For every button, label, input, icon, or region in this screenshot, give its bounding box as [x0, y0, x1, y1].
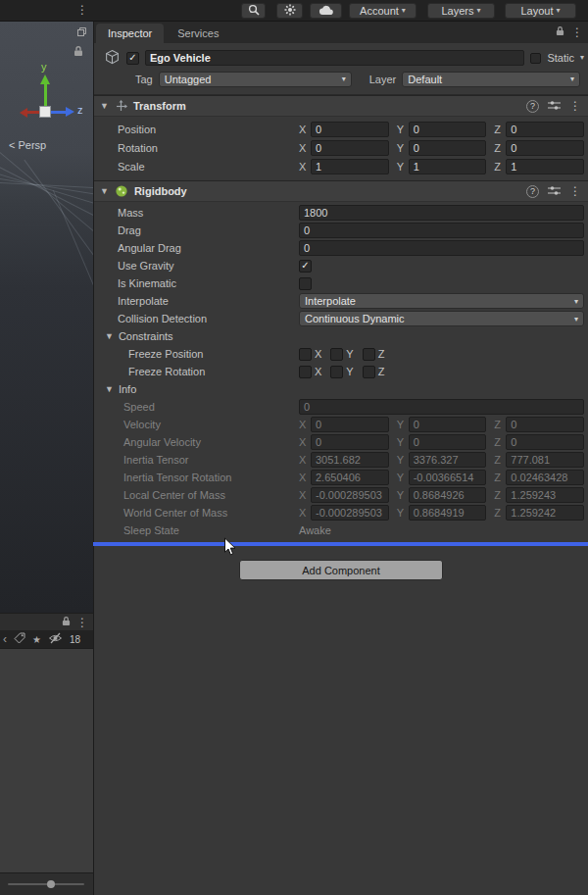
- lock-icon[interactable]: [62, 616, 71, 628]
- help-icon[interactable]: ?: [526, 100, 539, 113]
- tag-dropdown[interactable]: Untagged ▾: [159, 72, 352, 87]
- freeze-rotation-y-checkbox[interactable]: [330, 366, 343, 378]
- chevron-down-icon[interactable]: ▾: [580, 54, 584, 62]
- foldout-icon[interactable]: ▼: [100, 187, 109, 196]
- interpolate-dropdown[interactable]: Interpolate ▾: [299, 293, 584, 309]
- lock-icon[interactable]: [556, 25, 564, 38]
- cloud-icon: [318, 5, 334, 18]
- freeze-position-z-checkbox[interactable]: [363, 348, 375, 361]
- maximize-icon[interactable]: [77, 26, 86, 38]
- unity-editor-window: ⋮ Account ▾ Layers ▾ Layout ▾: [0, 0, 588, 895]
- drag-field[interactable]: 0: [299, 223, 584, 238]
- inertia-tensor-y-field: 3376.327: [409, 452, 487, 468]
- freeze-rotation-z-checkbox[interactable]: [363, 366, 375, 378]
- rigidbody-body: Mass 1800 Drag 0 Angular Drag 0 Use Grav…: [94, 202, 588, 542]
- transform-body: Position X 0 Y 0 Z 0 Rotation X 0 Y 0 Z: [94, 117, 588, 180]
- axis-x-label: X: [299, 419, 307, 430]
- scene-panel: y z < Persp ⋮ ‹ ★ 18: [0, 22, 93, 895]
- local-center-of-mass-row: Local Center of Mass X -0.000289503 Y 0.…: [94, 486, 588, 504]
- tab-inspector[interactable]: Inspector: [96, 24, 164, 43]
- gizmo-z-label[interactable]: z: [77, 104, 83, 116]
- velocity-row: Velocity X 0 Y 0 Z 0: [94, 416, 588, 433]
- axis-x-label: X: [315, 366, 321, 377]
- bottom-bar: [0, 872, 93, 895]
- rotation-z-field[interactable]: 0: [506, 140, 584, 156]
- world-center-of-mass-x-field: -0.000289503: [311, 505, 389, 521]
- tab-services[interactable]: Services: [166, 24, 230, 43]
- layers-label: Layers: [441, 5, 473, 17]
- layer-dropdown[interactable]: Default ▾: [402, 72, 580, 87]
- rigidbody-component-header[interactable]: ▼ Rigidbody ? ⋮: [94, 180, 588, 202]
- layout-dropdown[interactable]: Layout ▾: [505, 3, 576, 19]
- position-z-field[interactable]: 0: [506, 122, 584, 137]
- panel-kebab-menu-icon[interactable]: ⋮: [76, 3, 88, 17]
- position-y-field[interactable]: 0: [409, 122, 487, 137]
- size-slider[interactable]: [8, 883, 84, 885]
- freeze-position-x-checkbox[interactable]: [299, 348, 312, 361]
- rotation-x-field[interactable]: 0: [311, 140, 389, 156]
- search-button[interactable]: [241, 3, 266, 19]
- property-label: Collision Detection: [94, 313, 299, 324]
- angular-velocity-row: Angular Velocity X 0 Y 0 Z 0: [94, 433, 588, 451]
- velocity-x-field: 0: [311, 417, 389, 432]
- axis-y-label: Y: [397, 161, 405, 173]
- property-label: Use Gravity: [94, 260, 299, 272]
- static-checkbox[interactable]: [530, 53, 541, 64]
- name-field[interactable]: Ego Vehicle: [145, 50, 524, 66]
- angular-drag-field[interactable]: 0: [299, 240, 584, 256]
- question-mark: ?: [530, 101, 535, 111]
- world-center-of-mass-row: World Center of Mass X -0.000289503 Y 0.…: [94, 504, 588, 522]
- gizmo-y-label[interactable]: y: [41, 61, 47, 73]
- info-foldout[interactable]: ▼ Info: [94, 380, 588, 398]
- foldout-icon: ▼: [105, 332, 114, 341]
- sleep-state-row: Sleep State Awake: [94, 522, 588, 539]
- gizmo-center-cube[interactable]: [39, 106, 51, 118]
- axis-z-label: Z: [494, 124, 502, 135]
- tag-icon[interactable]: [14, 632, 25, 646]
- mass-field[interactable]: 1800: [299, 205, 584, 221]
- constraints-foldout[interactable]: ▼ Constraints: [94, 327, 588, 345]
- chevron-left-icon[interactable]: ‹: [3, 632, 7, 646]
- active-checkbox[interactable]: ✓: [126, 52, 139, 65]
- slider-thumb[interactable]: [47, 880, 55, 888]
- kebab-menu-icon[interactable]: ⋮: [569, 100, 581, 112]
- chevron-down-icon: ▾: [557, 7, 561, 15]
- scale-y-field[interactable]: 1: [409, 159, 487, 174]
- orientation-gizmo[interactable]: y z: [12, 61, 93, 131]
- rotation-y-field[interactable]: 0: [409, 140, 487, 156]
- lock-icon[interactable]: [74, 45, 83, 59]
- collision-detection-dropdown[interactable]: Continuous Dynamic ▾: [299, 311, 584, 326]
- add-component-button[interactable]: Add Component: [239, 560, 443, 580]
- property-label: Inertia Tensor: [94, 454, 299, 466]
- scale-z-field[interactable]: 1: [506, 159, 584, 174]
- scale-x-field[interactable]: 1: [311, 159, 389, 174]
- property-label: World Center of Mass: [94, 507, 299, 519]
- foldout-icon[interactable]: ▼: [100, 102, 109, 111]
- transform-component-header[interactable]: ▼ Transform ? ⋮: [94, 95, 588, 117]
- gizmo-z-axis-arrow[interactable]: [66, 107, 74, 117]
- star-icon[interactable]: ★: [32, 634, 41, 645]
- axis-x-label: X: [299, 161, 307, 173]
- presets-icon[interactable]: [548, 100, 561, 113]
- account-dropdown[interactable]: Account ▾: [349, 3, 416, 19]
- position-x-field[interactable]: 0: [311, 122, 389, 137]
- kebab-menu-icon[interactable]: ⋮: [569, 185, 581, 197]
- freeze-rotation-x-checkbox[interactable]: [299, 366, 312, 378]
- eye-hidden-icon[interactable]: [48, 632, 63, 646]
- settings-button[interactable]: [276, 3, 303, 19]
- angular-velocity-z-field: 0: [506, 434, 584, 450]
- projection-mode-label[interactable]: < Persp: [9, 139, 46, 151]
- layout-label: Layout: [520, 5, 553, 17]
- is-kinematic-checkbox[interactable]: [299, 277, 312, 290]
- kebab-menu-icon[interactable]: ⋮: [76, 616, 88, 629]
- scene-viewport[interactable]: y z < Persp: [0, 22, 93, 613]
- property-label: Local Center of Mass: [94, 489, 299, 501]
- kebab-menu-icon[interactable]: ⋮: [571, 26, 583, 38]
- cloud-services-button[interactable]: [310, 3, 342, 19]
- freeze-position-y-checkbox[interactable]: [330, 348, 343, 361]
- use-gravity-checkbox[interactable]: ✓: [299, 260, 312, 273]
- layer-value: Default: [408, 74, 442, 85]
- layers-dropdown[interactable]: Layers ▾: [427, 3, 495, 19]
- presets-icon[interactable]: [548, 185, 561, 198]
- help-icon[interactable]: ?: [526, 185, 539, 198]
